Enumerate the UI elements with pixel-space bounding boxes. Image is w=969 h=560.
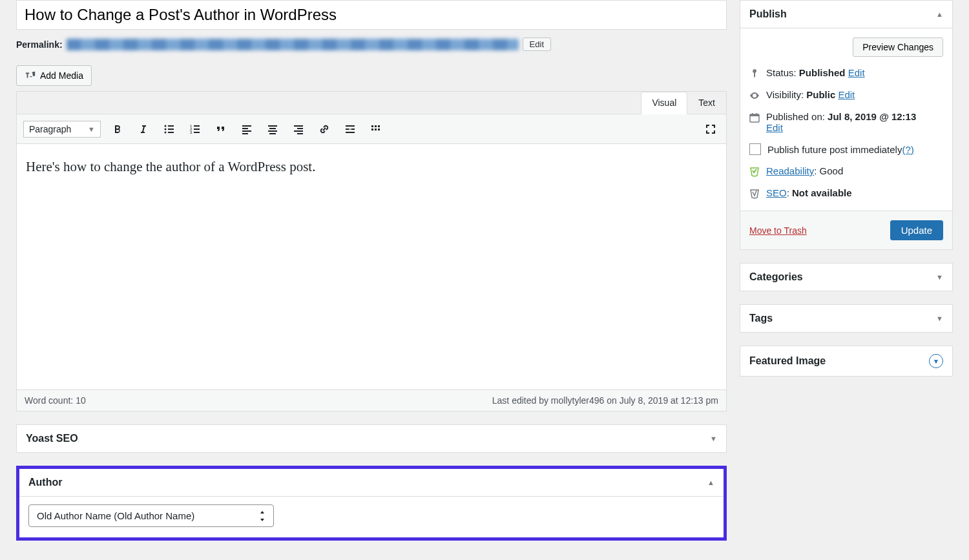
chevron-up-icon: ▲ (707, 479, 714, 486)
eye-icon (749, 90, 760, 101)
publish-panel: Publish ▲ Preview Changes Status: Publis… (740, 0, 953, 250)
align-right-button[interactable] (289, 120, 307, 138)
svg-rect-34 (378, 129, 380, 130)
future-help-link[interactable]: (?) (902, 144, 913, 155)
svg-rect-23 (297, 133, 303, 134)
link-button[interactable] (315, 120, 333, 138)
svg-rect-26 (346, 129, 349, 130)
numbered-list-button[interactable]: 123 (186, 120, 204, 138)
seo-link[interactable]: SEO (766, 187, 787, 198)
yoast-seo-header[interactable]: Yoast SEO ▼ (17, 425, 726, 452)
svg-rect-38 (756, 113, 758, 116)
preview-changes-button[interactable]: Preview Changes (853, 37, 943, 57)
author-metabox: Author ▲ Old Author Name (Old Author Nam… (16, 466, 727, 541)
svg-rect-29 (371, 125, 373, 127)
read-more-button[interactable] (341, 120, 359, 138)
author-header[interactable]: Author ▲ (19, 469, 724, 497)
tags-title: Tags (749, 313, 773, 324)
editor-content[interactable]: Here's how to change the author of a Wor… (17, 144, 726, 389)
tags-header[interactable]: Tags ▼ (740, 305, 952, 332)
publish-header[interactable]: Publish ▲ (740, 1, 952, 28)
update-button[interactable]: Update (890, 220, 943, 240)
editor-toolbar: Paragraph ▼ 123 (17, 114, 726, 144)
permalink-label: Permalink: (16, 39, 63, 50)
yoast-seo-icon (749, 189, 760, 199)
svg-rect-33 (375, 129, 377, 130)
yoast-readability-icon (749, 167, 760, 177)
chevron-up-icon: ▲ (936, 10, 943, 18)
permalink-edit-button[interactable]: Edit (523, 37, 551, 51)
publish-title: Publish (749, 8, 787, 20)
svg-rect-12 (242, 125, 251, 127)
quote-button[interactable] (212, 120, 230, 138)
svg-rect-28 (346, 132, 355, 133)
author-selected-value: Old Author Name (Old Author Name) (37, 510, 194, 521)
featured-image-header[interactable]: Featured Image ▼ (740, 346, 952, 376)
add-media-button[interactable]: Add Media (16, 65, 92, 86)
status-edit-link[interactable]: Edit (848, 67, 865, 78)
italic-button[interactable] (134, 120, 152, 138)
visibility-edit-link[interactable]: Edit (838, 89, 855, 100)
featured-image-panel: Featured Image ▼ (740, 346, 953, 377)
align-left-button[interactable] (238, 120, 256, 138)
svg-rect-17 (269, 128, 276, 129)
format-select[interactable]: Paragraph ▼ (23, 121, 101, 138)
svg-text:3: 3 (190, 130, 193, 134)
camera-music-icon (25, 70, 36, 81)
svg-rect-16 (268, 125, 277, 127)
svg-rect-31 (378, 125, 380, 127)
categories-panel: Categories ▼ (740, 263, 953, 291)
permalink-row: Permalink: Edit (16, 30, 727, 54)
tab-visual[interactable]: Visual (641, 92, 687, 114)
published-edit-link[interactable]: Edit (766, 122, 783, 133)
toolbar-toggle-button[interactable] (367, 120, 385, 138)
svg-rect-32 (371, 129, 373, 130)
svg-point-4 (165, 131, 167, 133)
svg-rect-15 (242, 133, 248, 134)
chevron-down-icon: ▼ (88, 125, 95, 133)
svg-rect-1 (168, 125, 174, 127)
last-edited: Last edited by mollytyler496 on July 8, … (492, 395, 718, 406)
tab-text[interactable]: Text (687, 92, 726, 114)
word-count: Word count: 10 (25, 395, 86, 406)
svg-rect-37 (752, 113, 753, 116)
editor-box: Visual Text Paragraph ▼ 123 (16, 91, 727, 411)
yoast-seo-title: Yoast SEO (26, 433, 78, 444)
chevron-down-icon: ▼ (710, 435, 717, 442)
post-title-input[interactable] (16, 0, 727, 30)
svg-rect-3 (168, 129, 174, 130)
svg-rect-21 (297, 128, 303, 129)
future-post-checkbox[interactable] (749, 143, 761, 155)
svg-point-0 (165, 125, 167, 127)
pin-icon (749, 68, 760, 79)
align-center-button[interactable] (264, 120, 282, 138)
categories-header[interactable]: Categories ▼ (740, 264, 952, 291)
permalink-url[interactable] (67, 39, 519, 50)
add-media-label: Add Media (40, 70, 83, 81)
author-select[interactable]: Old Author Name (Old Author Name) (28, 504, 274, 527)
select-arrows-icon (259, 511, 266, 521)
svg-rect-20 (294, 125, 303, 127)
svg-rect-11 (194, 132, 200, 133)
calendar-icon (749, 112, 760, 123)
svg-rect-7 (194, 125, 200, 127)
svg-rect-24 (346, 125, 355, 127)
chevron-down-icon: ▼ (936, 273, 943, 281)
svg-rect-27 (351, 129, 355, 130)
future-post-label: Publish future post immediately(?) (767, 144, 914, 155)
categories-title: Categories (749, 271, 803, 283)
svg-rect-18 (268, 130, 277, 132)
move-to-trash-link[interactable]: Move to Trash (749, 225, 807, 236)
format-select-label: Paragraph (29, 124, 71, 134)
svg-rect-30 (375, 125, 377, 127)
editor-tabs: Visual Text (17, 92, 726, 114)
svg-point-2 (165, 128, 167, 130)
readability-link[interactable]: Readability (766, 165, 814, 176)
featured-image-toggle[interactable]: ▼ (929, 354, 943, 368)
svg-rect-22 (294, 130, 303, 132)
svg-rect-9 (194, 129, 200, 130)
bullet-list-button[interactable] (160, 120, 178, 138)
svg-rect-14 (242, 130, 251, 132)
fullscreen-button[interactable] (702, 120, 720, 138)
bold-button[interactable] (109, 120, 127, 138)
